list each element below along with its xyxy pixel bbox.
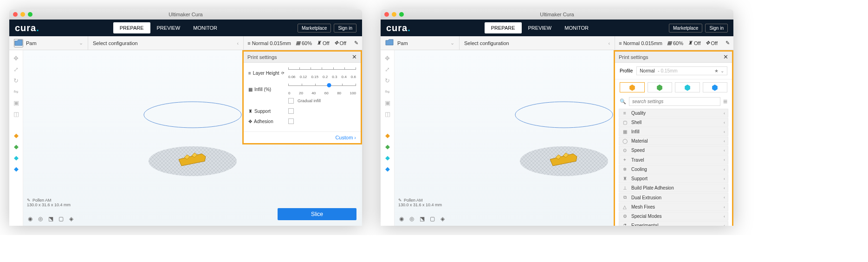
logo: cura. [386, 23, 411, 33]
category-mesh-fixes[interactable]: △Mesh Fixes‹ [619, 203, 728, 211]
chevron-down-icon[interactable]: ⌄ [450, 40, 454, 46]
category-label: Shell [631, 120, 641, 125]
view-iso-icon[interactable]: ◈ [68, 216, 74, 222]
tab-prepare[interactable]: PREPARE [113, 22, 150, 33]
support-checkbox[interactable] [288, 108, 294, 114]
extruder-2-tab[interactable]: ⬢ [648, 82, 673, 92]
view-xray-icon[interactable]: ◎ [37, 216, 44, 222]
badge-orange-icon[interactable]: ◆ [11, 130, 21, 140]
topbar: cura. PREPARE PREVIEW MONITOR Marketplac… [381, 20, 733, 36]
rotate-tool-icon[interactable]: ↻ [11, 75, 21, 85]
tab-preview[interactable]: PREVIEW [522, 22, 558, 33]
category-experimental[interactable]: ⚗Experimental‹ [619, 221, 728, 226]
move-tool-icon[interactable]: ✥ [11, 53, 21, 63]
move-tool-icon[interactable]: ✥ [382, 53, 393, 63]
support-tool-icon[interactable]: ◫ [382, 109, 393, 119]
marketplace-button[interactable]: Marketplace [298, 24, 331, 33]
support-tool-icon[interactable]: ◫ [11, 109, 21, 119]
mirror-tool-icon[interactable]: ⇋ [382, 86, 393, 97]
category-label: Mesh Fixes [631, 204, 655, 210]
close-icon[interactable]: ✕ [352, 53, 357, 60]
infill-slider[interactable]: 020406080100 [288, 84, 356, 95]
open-file-label[interactable]: Pam [397, 40, 408, 46]
chevron-left-icon: ‹ [724, 148, 725, 153]
badge-teal-icon[interactable]: ◆ [11, 152, 21, 163]
mesh-tool-icon[interactable]: ▣ [382, 98, 393, 108]
gradual-infill-checkbox[interactable] [288, 98, 294, 104]
signin-button[interactable]: Sign in [705, 24, 728, 33]
category-icon: ≡ [622, 111, 628, 116]
view-iso-icon[interactable]: ◈ [439, 216, 446, 222]
rotate-tool-icon[interactable]: ↻ [382, 75, 393, 85]
view-front-icon[interactable]: ▢ [58, 216, 64, 222]
search-input[interactable] [629, 97, 720, 106]
category-quality[interactable]: ≡Quality‹ [619, 109, 728, 118]
category-speed[interactable]: ⊙Speed‹ [619, 146, 728, 155]
view-front-icon[interactable]: ▢ [429, 216, 435, 222]
category-icon: ▦ [622, 129, 628, 134]
menu-icon[interactable]: ≡ [723, 98, 727, 106]
folder-icon[interactable] [14, 39, 23, 47]
extruder-4-tab[interactable]: ⬢ [703, 82, 728, 92]
view-solid-icon[interactable]: ◉ [27, 216, 33, 222]
view-layer-icon[interactable]: ⬔ [419, 216, 425, 222]
extruder-3-tab[interactable]: ⬢ [675, 82, 700, 92]
category-label: Material [631, 138, 648, 144]
badge-blue-icon[interactable]: ◆ [11, 164, 21, 174]
signin-button[interactable]: Sign in [334, 24, 356, 33]
category-cooling[interactable]: ❄Cooling‹ [619, 165, 728, 174]
open-file-label[interactable]: Pam [26, 40, 37, 46]
profile-selector[interactable]: Normal - 0.15mm ★⌄ [636, 66, 727, 75]
tab-prepare[interactable]: PREPARE [485, 22, 522, 33]
summary-profile: Normal 0.015mm [623, 40, 662, 46]
badge-green-icon[interactable]: ◆ [382, 141, 393, 151]
tab-monitor[interactable]: MONITOR [187, 22, 224, 33]
scale-tool-icon[interactable]: ⤢ [11, 64, 21, 74]
folder-icon[interactable] [385, 39, 395, 47]
category-support[interactable]: ♜Support‹ [619, 174, 728, 183]
config-selector[interactable]: Select configuration [464, 40, 509, 46]
category-build-plate-adhesion[interactable]: ⊥Build Plate Adhesion‹ [619, 183, 728, 192]
badge-orange-icon[interactable]: ◆ [382, 130, 393, 140]
category-special-modes[interactable]: ⚙Special Modes‹ [619, 212, 728, 221]
viewport[interactable]: ✎Pollen AM 130.0 x 31.6 x 10.4 mm ◉ ◎ ⬔ … [395, 50, 733, 226]
view-layer-icon[interactable]: ⬔ [47, 216, 54, 222]
category-label: Speed [631, 148, 645, 153]
extruder-1-tab[interactable]: ⬢ [620, 82, 645, 92]
adhesion-icon: ✥ [248, 119, 252, 124]
scale-tool-icon[interactable]: ⤢ [382, 64, 393, 74]
settings-summary[interactable]: ≡Normal 0.015mm ▦60% ♜Off ✥Off [615, 40, 721, 46]
view-solid-icon[interactable]: ◉ [398, 216, 405, 222]
viewport[interactable]: ✎Pollen AM 130.0 x 31.6 x 10.4 mm ◉ ◎ ⬔ … [23, 50, 362, 226]
infill-icon: ▦ [248, 87, 253, 92]
config-selector[interactable]: Select configuration [93, 40, 138, 46]
category-material[interactable]: ◯Material‹ [619, 137, 728, 145]
layer-height-slider[interactable]: 0.060.120.150.20.30.40.6 [288, 67, 356, 79]
slice-button[interactable]: Slice [278, 208, 356, 220]
category-label: Dual Extrusion [631, 195, 661, 200]
topbar: cura. PREPARE PREVIEW MONITOR Marketplac… [9, 20, 362, 36]
edit-settings-button[interactable]: ✎ [721, 37, 733, 49]
custom-mode-link[interactable]: Custom› [335, 135, 356, 140]
chevron-down-icon: ⌄ [720, 68, 724, 73]
tab-monitor[interactable]: MONITOR [558, 22, 595, 33]
category-travel[interactable]: ⌖Travel‹ [619, 155, 728, 164]
view-xray-icon[interactable]: ◎ [408, 216, 415, 222]
marketplace-button[interactable]: Marketplace [669, 24, 702, 33]
category-icon: ⌖ [622, 157, 628, 163]
chevron-down-icon[interactable]: ⌄ [79, 40, 83, 46]
mirror-tool-icon[interactable]: ⇋ [11, 86, 21, 97]
settings-summary[interactable]: ≡Normal 0.015mm ▦60% ♜Off ✥Off [244, 40, 350, 46]
tab-preview[interactable]: PREVIEW [150, 22, 187, 33]
badge-blue-icon[interactable]: ◆ [382, 164, 393, 174]
category-shell[interactable]: ▢Shell‹ [619, 118, 728, 127]
close-icon[interactable]: ✕ [723, 53, 728, 60]
adhesion-checkbox[interactable] [288, 118, 294, 124]
mesh-tool-icon[interactable]: ▣ [11, 98, 21, 108]
layers-icon: ≡ [247, 40, 250, 46]
edit-settings-button[interactable]: ✎ [350, 37, 362, 49]
category-dual-extrusion[interactable]: ⧉Dual Extrusion‹ [619, 193, 728, 202]
badge-green-icon[interactable]: ◆ [11, 141, 21, 151]
badge-teal-icon[interactable]: ◆ [382, 152, 393, 163]
category-infill[interactable]: ▦Infill‹ [619, 127, 728, 136]
